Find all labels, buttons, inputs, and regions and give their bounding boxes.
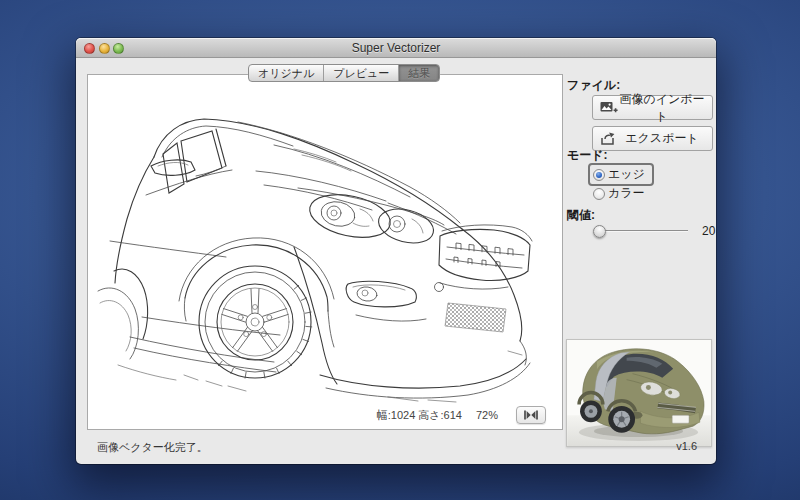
app-window: Super Vectorizer オリジナル プレビュー 結果 [76,38,716,464]
slider-track[interactable] [594,230,688,232]
mode-radio-edge[interactable]: エッジ [588,163,654,186]
export-button-label: エクスポート [618,130,706,147]
threshold-section-label: 閾値: [567,207,595,224]
threshold-slider[interactable] [593,224,689,238]
tab-preview[interactable]: プレビュー [324,65,399,81]
mode-radio-color[interactable]: カラー [593,185,645,202]
desktop-background: Super Vectorizer オリジナル プレビュー 結果 [0,0,800,500]
tab-original[interactable]: オリジナル [249,65,324,81]
import-button-label: 画像のインポート [618,91,706,125]
window-title: Super Vectorizer [76,38,716,58]
threshold-slider-row: 20 [593,224,715,238]
export-arrow-icon [600,132,618,145]
radio-unselected-icon [593,188,605,200]
export-button[interactable]: エクスポート [592,126,713,151]
fit-to-window-button[interactable] [516,406,546,424]
result-canvas[interactable]: 幅:1024 高さ:614 72% [87,74,563,430]
vectorized-car-drawing [88,75,564,431]
canvas-statusbar: 幅:1024 高さ:614 72% [377,406,546,424]
zoom-level-label: 72% [476,409,498,421]
titlebar[interactable]: Super Vectorizer [76,38,716,58]
photo-import-icon [600,101,618,114]
file-section-label: ファイル: [567,77,620,94]
mode-section-label: モード: [567,147,608,164]
image-size-label: 幅:1024 高さ:614 [377,408,462,423]
tab-result[interactable]: 結果 [399,65,439,81]
fit-to-window-icon [523,409,539,421]
color-radio-label: カラー [608,185,645,202]
version-label: v1.6 [676,440,697,452]
status-message: 画像ベクター化完了。 [97,440,208,455]
import-image-button[interactable]: 画像のインポート [592,95,713,120]
original-car-photo [567,340,711,446]
edge-radio-label: エッジ [608,166,645,183]
original-image-thumbnail [566,339,712,447]
radio-selected-icon [593,169,605,181]
threshold-value: 20 [702,224,715,238]
view-tabs: オリジナル プレビュー 結果 [248,64,440,82]
slider-knob[interactable] [593,225,606,238]
